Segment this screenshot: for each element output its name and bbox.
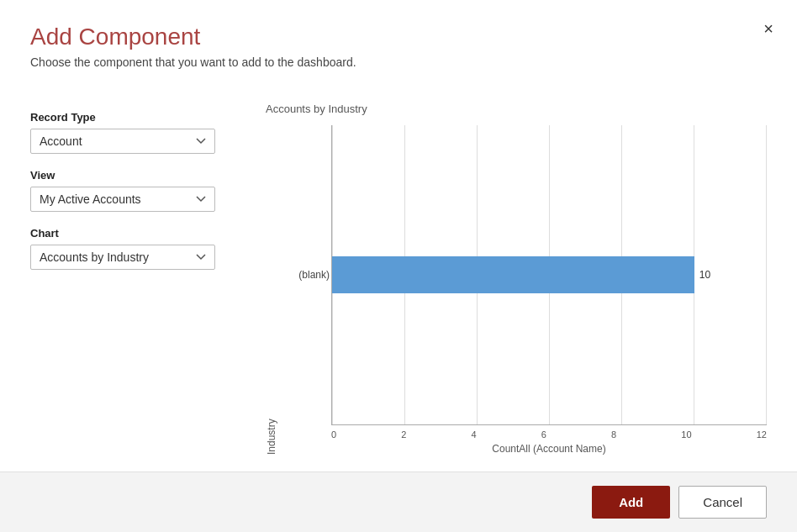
dialog-body: Record Type Account Contact Opportunity … — [0, 77, 797, 463]
dialog-title: Add Component — [30, 24, 767, 50]
x-tick-0: 0 — [331, 429, 336, 440]
view-select[interactable]: My Active Accounts All Accounts Recently… — [30, 187, 215, 212]
record-type-label: Record Type — [30, 111, 232, 124]
chart-group: Chart Accounts by Industry Accounts by T… — [30, 227, 232, 270]
record-type-group: Record Type Account Contact Opportunity … — [30, 111, 232, 154]
x-axis-label: CountAll (Account Name) — [331, 443, 767, 455]
dialog-header: Add Component Choose the component that … — [0, 0, 797, 77]
chart-label: Chart — [30, 227, 232, 240]
x-axis-ticks: 0 2 4 6 8 10 12 — [331, 425, 767, 440]
view-group: View My Active Accounts All Accounts Rec… — [30, 169, 232, 212]
chart-container: Industry — [266, 125, 767, 455]
bar-value: 10 — [699, 269, 710, 281]
left-panel: Record Type Account Contact Opportunity … — [30, 94, 232, 455]
bar-row: (blank) 10 — [332, 250, 767, 300]
dialog-footer: Add Cancel — [0, 471, 797, 532]
add-button[interactable]: Add — [592, 486, 670, 519]
close-button[interactable]: × — [763, 20, 773, 37]
dialog-subtitle: Choose the component that you want to ad… — [30, 55, 767, 69]
right-panel: Accounts by Industry Industry — [266, 94, 767, 455]
x-tick-2: 2 — [401, 429, 406, 440]
x-tick-8: 8 — [611, 429, 616, 440]
x-tick-12: 12 — [757, 429, 767, 440]
x-tick-10: 10 — [681, 429, 691, 440]
record-type-select[interactable]: Account Contact Opportunity Lead — [30, 129, 215, 154]
x-tick-6: 6 — [541, 429, 546, 440]
chart-select[interactable]: Accounts by Industry Accounts by Type Ac… — [30, 245, 215, 270]
x-tick-4: 4 — [472, 429, 477, 440]
chart-title: Accounts by Industry — [266, 103, 767, 115]
bar-category-label: (blank) — [277, 269, 330, 281]
bar — [332, 256, 694, 293]
cancel-button[interactable]: Cancel — [678, 486, 767, 519]
add-component-dialog: Add Component Choose the component that … — [0, 0, 797, 532]
y-axis-label: Industry — [266, 125, 277, 455]
chart-wrapper: Industry — [266, 125, 767, 455]
view-label: View — [30, 169, 232, 182]
